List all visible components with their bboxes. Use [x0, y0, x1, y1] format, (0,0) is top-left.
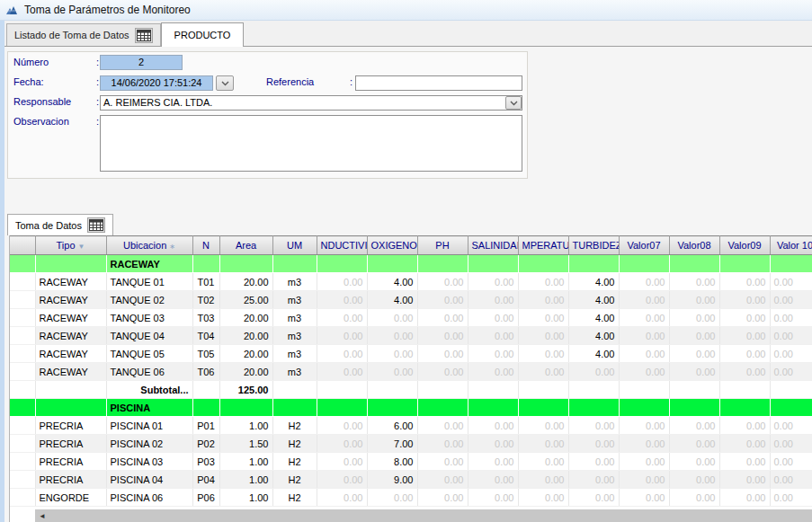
- col-header-tipo[interactable]: Tipo▼: [35, 236, 106, 255]
- cell-ubicacion[interactable]: PISCINA 03: [106, 453, 192, 471]
- cell-value[interactable]: 0.00: [568, 489, 619, 507]
- cell-value[interactable]: 0.00: [568, 435, 619, 453]
- cell-value[interactable]: 0.00: [719, 327, 770, 345]
- row-selector-cell[interactable]: [10, 471, 35, 489]
- cell-n[interactable]: P02: [192, 435, 219, 453]
- group-cell[interactable]: [568, 255, 619, 273]
- cell-value[interactable]: 0.00: [367, 327, 417, 345]
- cell-tipo[interactable]: RACEWAY: [35, 327, 106, 345]
- cell-value[interactable]: 0.00: [518, 417, 568, 435]
- cell-ubicacion[interactable]: TANQUE 06: [106, 363, 192, 381]
- cell-value[interactable]: 4.00: [568, 273, 619, 291]
- cell-value[interactable]: 0.00: [468, 327, 518, 345]
- cell-value[interactable]: 0.00: [669, 363, 719, 381]
- cell-area[interactable]: 20.00: [219, 345, 272, 363]
- table-row[interactable]: RACEWAYTANQUE 05T0520.00m30.000.000.000.…: [10, 345, 812, 363]
- cell-ubicacion[interactable]: PISCINA 06: [106, 489, 192, 507]
- cell-n[interactable]: T04: [192, 327, 219, 345]
- cell-value[interactable]: 6.00: [367, 417, 417, 435]
- cell-value[interactable]: 0.00: [317, 345, 367, 363]
- group-cell[interactable]: [192, 399, 219, 417]
- col-header-um[interactable]: UM: [272, 236, 317, 255]
- cell-area[interactable]: 1.00: [219, 489, 272, 507]
- table-row[interactable]: RACEWAYTANQUE 03T0320.00m30.000.000.000.…: [10, 309, 812, 327]
- cell-value[interactable]: 0.00: [619, 471, 669, 489]
- col-header-turbidez[interactable]: TURBIDEZ: [568, 236, 619, 255]
- cell-value[interactable]: 4.00: [568, 291, 619, 309]
- cell-value[interactable]: 0.00: [719, 453, 770, 471]
- cell-value[interactable]: 0.00: [719, 471, 770, 489]
- table-row[interactable]: ENGORDEPISCINA 06P061.00H20.000.000.000.…: [10, 489, 812, 507]
- cell-value[interactable]: 0.00: [367, 489, 417, 507]
- cell-value[interactable]: 0.00: [669, 309, 719, 327]
- group-cell[interactable]: [669, 255, 719, 273]
- group-cell[interactable]: [770, 399, 812, 417]
- cell-value[interactable]: 0.00: [770, 345, 812, 363]
- group-cell[interactable]: [468, 399, 518, 417]
- cell-n[interactable]: P01: [192, 417, 219, 435]
- cell-value[interactable]: 0.00: [317, 363, 367, 381]
- cell-um[interactable]: m3: [272, 291, 317, 309]
- table-row[interactable]: RACEWAYTANQUE 02T0225.00m30.004.000.000.…: [10, 291, 812, 309]
- cell-value[interactable]: 0.00: [770, 327, 812, 345]
- cell-ubicacion[interactable]: TANQUE 01: [106, 273, 192, 291]
- cell-ubicacion[interactable]: TANQUE 02: [106, 291, 192, 309]
- cell-area[interactable]: 20.00: [219, 363, 272, 381]
- cell-value[interactable]: 0.00: [317, 453, 367, 471]
- cell-n[interactable]: T05: [192, 345, 219, 363]
- cell-area[interactable]: 20.00: [219, 327, 272, 345]
- cell-um[interactable]: H2: [272, 453, 317, 471]
- col-header-valor09[interactable]: Valor09: [719, 236, 770, 255]
- responsable-dropdown-button[interactable]: [505, 96, 522, 110]
- row-selector-cell[interactable]: [10, 489, 35, 507]
- observacion-textarea[interactable]: [100, 115, 522, 172]
- cell-value[interactable]: 0.00: [317, 417, 367, 435]
- cell-value[interactable]: 0.00: [417, 453, 468, 471]
- cell-value[interactable]: 0.00: [518, 273, 568, 291]
- cell-ubicacion[interactable]: PISCINA 02: [106, 435, 192, 453]
- cell-tipo[interactable]: RACEWAY: [35, 273, 106, 291]
- cell-value[interactable]: 0.00: [770, 489, 812, 507]
- cell-value[interactable]: 4.00: [568, 327, 619, 345]
- cell-um[interactable]: m3: [272, 345, 317, 363]
- group-cell[interactable]: [35, 399, 106, 417]
- cell-tipo[interactable]: RACEWAY: [35, 309, 106, 327]
- cell-n[interactable]: P04: [192, 471, 219, 489]
- cell-n[interactable]: P03: [192, 453, 219, 471]
- group-cell[interactable]: [10, 399, 35, 417]
- group-cell[interactable]: [417, 255, 468, 273]
- cell-value[interactable]: 0.00: [317, 327, 367, 345]
- cell-value[interactable]: 0.00: [669, 435, 719, 453]
- cell-value[interactable]: 4.00: [568, 309, 619, 327]
- cell-n[interactable]: P06: [192, 489, 219, 507]
- row-selector-cell[interactable]: [10, 345, 35, 363]
- cell-value[interactable]: 0.00: [468, 489, 518, 507]
- cell-value[interactable]: 0.00: [619, 327, 669, 345]
- table-row[interactable]: RACEWAYTANQUE 01T0120.00m30.004.000.000.…: [10, 273, 812, 291]
- cell-um[interactable]: m3: [272, 273, 317, 291]
- cell-value[interactable]: 0.00: [317, 273, 367, 291]
- row-selector-cell[interactable]: [10, 291, 35, 309]
- cell-ubicacion[interactable]: PISCINA 04: [106, 471, 192, 489]
- cell-value[interactable]: 0.00: [669, 471, 719, 489]
- cell-um[interactable]: H2: [272, 471, 317, 489]
- cell-value[interactable]: 0.00: [669, 489, 719, 507]
- table-row[interactable]: PRECRIAPISCINA 01P011.00H20.006.000.000.…: [10, 417, 812, 435]
- horizontal-scrollbar[interactable]: ◄: [10, 509, 812, 522]
- cell-value[interactable]: 0.00: [417, 291, 468, 309]
- group-cell[interactable]: [317, 399, 367, 417]
- cell-value[interactable]: 0.00: [669, 417, 719, 435]
- col-header-valor07[interactable]: Valor07: [619, 236, 669, 255]
- cell-value[interactable]: 0.00: [468, 453, 518, 471]
- col-header-mperatur[interactable]: MPERATUR: [518, 236, 568, 255]
- cell-tipo[interactable]: RACEWAY: [35, 363, 106, 381]
- group-cell[interactable]: [10, 255, 35, 273]
- row-selector-cell[interactable]: [10, 327, 35, 345]
- cell-value[interactable]: 0.00: [468, 309, 518, 327]
- cell-value[interactable]: 0.00: [619, 417, 669, 435]
- group-label-cell[interactable]: PISCINA: [106, 399, 192, 417]
- tab-producto[interactable]: PRODUCTO: [161, 22, 245, 47]
- numero-field[interactable]: 2: [100, 55, 183, 70]
- cell-value[interactable]: 0.00: [417, 489, 468, 507]
- cell-value[interactable]: 0.00: [417, 327, 468, 345]
